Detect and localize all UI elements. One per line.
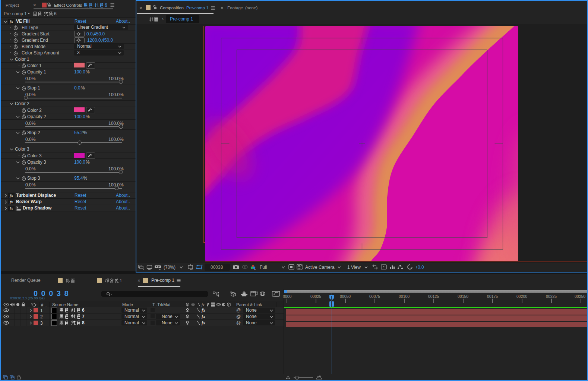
svg-text:fx: fx xyxy=(202,303,205,307)
